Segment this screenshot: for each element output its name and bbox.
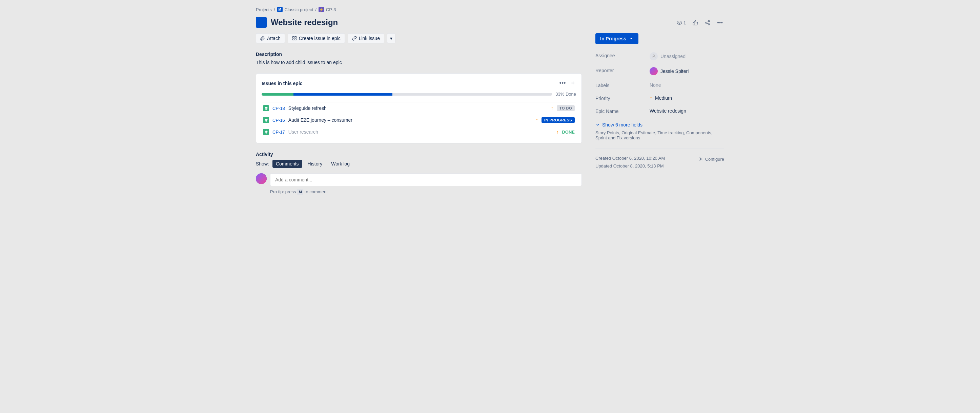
epic-panel-add-button[interactable]: + — [570, 79, 576, 88]
issue-row: CP-16Audit E2E journey – consumer↑IN PRO… — [262, 114, 576, 126]
breadcrumb-issue-key[interactable]: CP-3 — [326, 7, 336, 12]
attach-icon — [260, 36, 265, 41]
issue-icon: ⚡ — [318, 7, 324, 12]
breadcrumb: Projects / M Classic project / ⚡ CP-3 — [256, 7, 724, 12]
pro-tip: Pro tip: press M to comment — [270, 189, 582, 195]
status-label: In Progress — [600, 36, 626, 41]
share-icon — [705, 20, 710, 26]
watch-icon — [677, 20, 682, 26]
priority-icon: ↑ — [551, 105, 554, 111]
project-icon: M — [277, 7, 283, 12]
activity-tab-work-log[interactable]: Work log — [328, 160, 353, 168]
attach-button[interactable]: Attach — [256, 33, 285, 43]
fields-hint: Story Points, Original Estimate, Time tr… — [595, 130, 724, 140]
configure-label: Configure — [705, 157, 724, 162]
status-badge[interactable]: DONE — [562, 129, 575, 135]
reporter-text: Jessie Spiteri — [660, 69, 689, 74]
assignee-label: Assignee — [595, 52, 650, 61]
svg-rect-6 — [293, 37, 294, 38]
assignee-text: Unassigned — [660, 54, 686, 59]
issue-type-icon-small — [263, 129, 269, 135]
activity-tab-history[interactable]: History — [304, 160, 326, 168]
assignee-value[interactable]: Unassigned — [650, 52, 724, 61]
link-icon — [352, 36, 357, 41]
svg-line-5 — [707, 21, 709, 22]
issue-name: User research — [288, 129, 553, 135]
progress-bar — [262, 93, 552, 96]
svg-rect-8 — [295, 39, 296, 40]
chevron-down-icon — [629, 36, 634, 41]
description-heading: Description — [256, 51, 582, 57]
activity-heading: Activity — [256, 151, 582, 157]
svg-point-3 — [708, 24, 710, 25]
user-icon — [651, 54, 656, 59]
epic-name-text: Website redesign — [650, 108, 686, 113]
reporter-label: Reporter — [595, 67, 650, 75]
breadcrumb-project[interactable]: Classic project — [285, 7, 313, 12]
svg-point-11 — [700, 159, 702, 160]
status-badge[interactable]: IN PROGRESS — [541, 117, 575, 123]
link-issue-button[interactable]: Link issue — [348, 33, 384, 43]
issue-type-icon-small — [263, 117, 269, 123]
status-button[interactable]: In Progress — [595, 33, 638, 44]
priority-icon: ↑ — [650, 95, 652, 101]
priority-icon: ↑ — [556, 129, 558, 135]
show-label: Show: — [256, 161, 269, 166]
issue-type-icon — [256, 17, 267, 28]
svg-point-10 — [653, 54, 655, 56]
issue-key[interactable]: CP-18 — [272, 106, 285, 111]
current-user-avatar — [256, 173, 267, 184]
assignee-avatar — [650, 52, 658, 61]
show-more-label: Show 6 more fields — [602, 122, 643, 128]
activity-section: Activity Show: CommentsHistoryWork log P… — [256, 151, 582, 195]
like-icon — [693, 20, 698, 26]
issue-key[interactable]: CP-16 — [272, 118, 285, 123]
chevron-down-icon — [595, 123, 600, 127]
status-badge[interactable]: TO DO — [557, 105, 575, 111]
issue-row: CP-17User research↑DONE — [262, 126, 576, 138]
toolbar-more-dropdown[interactable]: ▾ — [387, 33, 395, 43]
reporter-value[interactable]: Jessie Spiteri — [650, 67, 724, 75]
link-issue-label: Link issue — [359, 36, 380, 41]
issue-row: CP-18Styleguide refresh↑TO DO — [262, 102, 576, 114]
issue-name: Styleguide refresh — [288, 105, 547, 111]
labels-value[interactable]: None — [650, 82, 724, 88]
configure-button[interactable]: Configure — [698, 157, 724, 162]
more-button[interactable]: ••• — [716, 18, 724, 27]
show-more-fields-button[interactable]: Show 6 more fields — [595, 122, 643, 128]
labels-text: None — [650, 82, 661, 88]
watch-button[interactable]: 1 — [675, 19, 687, 27]
svg-point-0 — [679, 22, 680, 23]
updated-timestamp: Updated October 8, 2020, 5:13 PM — [595, 162, 724, 170]
priority-value[interactable]: ↑ Medium — [650, 95, 724, 101]
meta-grid: Assignee Unassigned Reporter Jessie Spit… — [595, 52, 724, 114]
labels-label: Labels — [595, 82, 650, 88]
svg-line-4 — [707, 23, 709, 24]
like-button[interactable] — [691, 19, 699, 27]
svg-rect-7 — [295, 37, 296, 38]
reporter-avatar — [650, 67, 658, 75]
epic-issues-panel: Issues in this epic ••• + 33% Done CP-18… — [256, 73, 582, 144]
epic-panel-more-button[interactable]: ••• — [558, 79, 567, 88]
priority-label: Priority — [595, 95, 650, 101]
comment-input[interactable] — [270, 173, 582, 186]
epic-name-value[interactable]: Website redesign — [650, 108, 724, 114]
priority-text: Medium — [655, 95, 672, 101]
description-text: This is how to add child issues to an ep… — [256, 60, 582, 65]
share-button[interactable] — [703, 19, 712, 27]
create-issue-label: Create issue in epic — [299, 36, 340, 41]
right-panel: In Progress Assignee Unassigned Reporter… — [595, 33, 724, 170]
issue-name: Audit E2E journey – consumer — [288, 117, 532, 123]
issue-type-icon-small — [263, 105, 269, 111]
comment-row — [256, 173, 582, 186]
progress-inprogress — [293, 93, 392, 96]
activity-tab-comments[interactable]: Comments — [272, 160, 302, 168]
create-issue-button[interactable]: Create issue in epic — [288, 33, 345, 43]
gear-icon — [698, 157, 703, 161]
breadcrumb-projects[interactable]: Projects — [256, 7, 272, 12]
attach-label: Attach — [267, 36, 281, 41]
epic-name-label: Epic Name — [595, 108, 650, 114]
create-issue-icon — [292, 36, 297, 41]
issue-key[interactable]: CP-17 — [272, 129, 285, 135]
svg-point-2 — [706, 22, 707, 23]
